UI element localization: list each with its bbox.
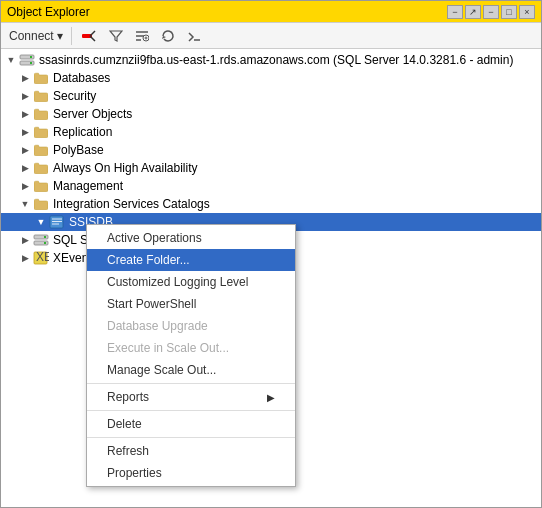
svg-point-18 [44,242,46,244]
menu-item-properties[interactable]: Properties [87,462,295,484]
title-bar: Object Explorer − ↗ − □ × [1,1,541,23]
menu-item-manage-scale-out[interactable]: Manage Scale Out... [87,359,295,381]
menu-item-database-upgrade: Database Upgrade [87,315,295,337]
sqlcmd-button[interactable] [182,25,206,47]
integration-services-folder-icon [33,196,49,212]
svg-text:XE: XE [36,250,49,264]
server-node[interactable]: ▼ ssasinrds.cumznzii9fba.us-east-1.rds.a… [1,51,541,69]
object-explorer-window: Object Explorer − ↗ − □ × Connect ▾ [0,0,542,508]
filter-settings-button[interactable] [130,25,154,47]
close-button[interactable]: × [519,5,535,19]
server-objects-node[interactable]: ▶ Server Objects [1,105,541,123]
server-icon [19,52,35,68]
sqlcmd-icon [187,29,201,43]
svg-point-10 [30,62,32,64]
menu-item-active-operations[interactable]: Active Operations [87,227,295,249]
menu-item-start-powershell[interactable]: Start PowerShell [87,293,295,315]
server-expand-icon: ▼ [3,52,19,68]
replication-label: Replication [51,125,112,139]
filter-settings-icon [135,29,149,43]
unpin-button[interactable]: ↗ [465,5,481,19]
filter-button[interactable] [104,25,128,47]
management-folder-icon [33,178,49,194]
menu-item-delete[interactable]: Delete [87,413,295,435]
replication-expand-icon: ▶ [17,124,33,140]
replication-node[interactable]: ▶ Replication [1,123,541,141]
ssisdb-icon [49,214,65,230]
sql-server-2-icon [33,232,49,248]
management-expand-icon: ▶ [17,178,33,194]
window-title: Object Explorer [7,5,90,19]
security-label: Security [51,89,96,103]
polybase-expand-icon: ▶ [17,142,33,158]
integration-services-label: Integration Services Catalogs [51,197,210,211]
svg-point-17 [44,236,46,238]
svg-line-2 [90,36,95,41]
alwayson-folder-icon [33,160,49,176]
server-objects-expand-icon: ▶ [17,106,33,122]
disconnect-icon [81,28,97,44]
pin-button[interactable]: − [447,5,463,19]
polybase-label: PolyBase [51,143,104,157]
ssisdb-expand-icon: ▼ [33,214,49,230]
menu-separator-3 [87,437,295,438]
integration-services-expand-icon: ▼ [17,196,33,212]
alwayson-node[interactable]: ▶ Always On High Availability [1,159,541,177]
refresh-button[interactable] [156,25,180,47]
security-folder-icon [33,88,49,104]
xevent-icon: XE [33,250,49,266]
refresh-icon [161,29,175,43]
toolbar: Connect ▾ [1,23,541,49]
menu-item-refresh[interactable]: Refresh [87,440,295,462]
title-bar-left: Object Explorer [7,5,90,19]
connect-button[interactable]: Connect ▾ [5,27,67,45]
title-controls: − ↗ − □ × [447,5,535,19]
menu-item-create-folder[interactable]: Create Folder... [87,249,295,271]
tree-content: ▼ ssasinrds.cumznzii9fba.us-east-1.rds.a… [1,49,541,507]
databases-folder-icon [33,70,49,86]
databases-label: Databases [51,71,110,85]
polybase-folder-icon [33,142,49,158]
management-node[interactable]: ▶ Management [1,177,541,195]
reports-submenu-arrow: ▶ [267,392,275,403]
disconnect-button[interactable] [76,25,102,47]
replication-folder-icon [33,124,49,140]
security-node[interactable]: ▶ Security [1,87,541,105]
security-expand-icon: ▶ [17,88,33,104]
minimize-button[interactable]: − [483,5,499,19]
integration-services-node[interactable]: ▼ Integration Services Catalogs [1,195,541,213]
databases-expand-icon: ▶ [17,70,33,86]
sql-server-2-expand-icon: ▶ [17,232,33,248]
management-label: Management [51,179,123,193]
xevent-expand-icon: ▶ [17,250,33,266]
server-objects-label: Server Objects [51,107,132,121]
polybase-node[interactable]: ▶ PolyBase [1,141,541,159]
menu-item-execute-scale-out: Execute in Scale Out... [87,337,295,359]
menu-separator-2 [87,410,295,411]
svg-line-1 [90,31,95,36]
svg-point-9 [30,56,32,58]
menu-item-reports[interactable]: Reports ▶ [87,386,295,408]
menu-item-customized-logging[interactable]: Customized Logging Level [87,271,295,293]
svg-rect-11 [50,216,63,228]
toolbar-separator-1 [71,27,72,45]
server-label: ssasinrds.cumznzii9fba.us-east-1.rds.ama… [37,53,513,67]
alwayson-label: Always On High Availability [51,161,198,175]
alwayson-expand-icon: ▶ [17,160,33,176]
restore-button[interactable]: □ [501,5,517,19]
menu-separator-1 [87,383,295,384]
server-objects-folder-icon [33,106,49,122]
filter-icon [109,29,123,43]
databases-node[interactable]: ▶ Databases [1,69,541,87]
context-menu: Active Operations Create Folder... Custo… [86,224,296,487]
